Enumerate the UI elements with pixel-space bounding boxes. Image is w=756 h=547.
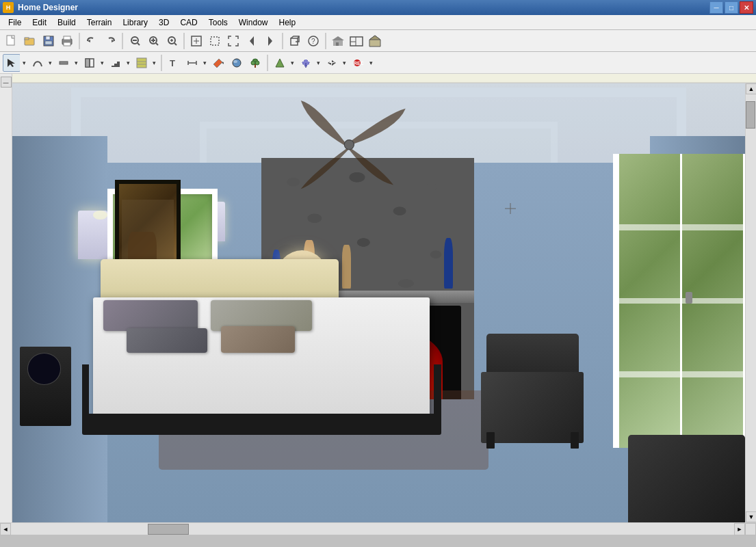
scroll-right-button[interactable]: ► (734, 523, 745, 535)
next-view-button[interactable] (261, 32, 279, 50)
spline-tool[interactable] (29, 54, 47, 72)
toolbar1: ? (0, 30, 756, 52)
print-button[interactable] (58, 32, 76, 50)
menu-cad[interactable]: CAD (174, 15, 203, 29)
3d-view-button[interactable] (286, 32, 304, 50)
floor-dropdown[interactable]: ▾ (150, 54, 158, 72)
prev-view-button[interactable] (243, 32, 261, 50)
zoom-fit-button[interactable] (187, 32, 205, 50)
bed-assembly (64, 259, 430, 435)
scroll-track-h[interactable] (11, 523, 734, 535)
minimize-button[interactable]: ─ (709, 1, 723, 14)
room-scene (12, 83, 745, 522)
menu-window[interactable]: Window (233, 15, 274, 29)
menu-file[interactable]: File (3, 15, 27, 29)
menu-library[interactable]: Library (117, 15, 153, 29)
svg-rect-0 (7, 36, 14, 45)
undo-button[interactable] (83, 32, 101, 50)
dim-dropdown[interactable]: ▾ (200, 54, 209, 72)
svg-marker-39 (369, 36, 380, 40)
menu-terrain[interactable]: Terrain (81, 15, 118, 29)
dim-tool[interactable] (183, 54, 201, 72)
scroll-up-button[interactable]: ▲ (746, 83, 756, 94)
save-button[interactable] (40, 32, 57, 50)
spline-dropdown[interactable]: ▾ (46, 54, 54, 72)
text-tool[interactable]: T (165, 54, 183, 72)
svg-line-13 (138, 43, 140, 45)
left-btn-1[interactable]: ― (1, 77, 12, 88)
door-tool[interactable] (81, 54, 99, 72)
move-tool[interactable] (323, 54, 341, 72)
window-title: Home Designer (18, 3, 709, 12)
scrollbar-corner (745, 523, 756, 535)
sep4 (282, 33, 283, 49)
plant-tool[interactable] (246, 54, 264, 72)
fill-group: ▾ (297, 54, 322, 72)
fill-dropdown[interactable]: ▾ (314, 54, 322, 72)
scroll-thumb-h[interactable] (148, 524, 189, 535)
maximize-button[interactable]: □ (725, 1, 738, 14)
door-dropdown[interactable]: ▾ (98, 54, 106, 72)
zoom-actual-button[interactable] (144, 32, 162, 50)
paint-tool[interactable] (209, 54, 227, 72)
wall-dropdown[interactable]: ▾ (72, 54, 80, 72)
menu-edit[interactable]: Edit (27, 15, 52, 29)
scroll-down-button[interactable]: ▼ (746, 511, 756, 522)
house-elev-button[interactable] (329, 32, 347, 50)
house-3d-button[interactable] (366, 32, 384, 50)
terrain-dropdown[interactable]: ▾ (288, 54, 296, 72)
svg-rect-34 (336, 42, 339, 46)
help-button[interactable]: ? (304, 32, 322, 50)
select-tool[interactable] (3, 54, 21, 72)
menu-3d[interactable]: 3D (153, 15, 174, 29)
wall-tool[interactable] (55, 54, 73, 72)
pillow3 (127, 328, 207, 353)
wall-group: ▾ (55, 54, 80, 72)
mattress (93, 297, 430, 421)
floor-group: ▾ (133, 54, 158, 72)
rec-dropdown[interactable]: ▾ (367, 54, 375, 72)
select-dropdown[interactable]: ▾ (20, 54, 28, 72)
zoom-sel-button[interactable] (206, 32, 224, 50)
scroll-thumb-v[interactable] (746, 101, 755, 129)
svg-rect-43 (86, 59, 90, 67)
nightstand (20, 347, 71, 426)
redo-button[interactable] (101, 32, 119, 50)
nightstand-clock (27, 353, 61, 384)
zoom-in-button[interactable] (163, 32, 181, 50)
svg-rect-45 (112, 66, 114, 67)
chair-leg-1 (486, 432, 495, 449)
sep2 (122, 33, 123, 49)
close-button[interactable]: ✕ (740, 1, 753, 14)
door-panel-left (619, 154, 680, 448)
fullscreen-button[interactable] (224, 32, 242, 50)
new-button[interactable] (3, 32, 21, 50)
menu-build[interactable]: Build (52, 15, 81, 29)
menu-tools[interactable]: Tools (203, 15, 233, 29)
terrain-tool[interactable] (271, 54, 289, 72)
svg-line-17 (156, 43, 158, 45)
material-tool[interactable] (228, 54, 246, 72)
stair-tool[interactable] (107, 54, 125, 72)
cursor-crosshair (504, 202, 517, 215)
stair-group: ▾ (107, 54, 132, 72)
zoom-out-button[interactable] (126, 32, 144, 50)
pillow1 (103, 300, 198, 331)
move-dropdown[interactable]: ▾ (340, 54, 348, 72)
house-floor-button[interactable] (348, 32, 365, 50)
canvas-area[interactable] (12, 83, 745, 522)
svg-marker-32 (332, 36, 344, 40)
svg-marker-40 (8, 59, 15, 67)
french-doors[interactable] (613, 154, 745, 448)
svg-point-56 (233, 59, 241, 67)
scroll-left-button[interactable]: ◄ (0, 523, 11, 535)
menu-help[interactable]: Help (273, 15, 301, 29)
fill-tool[interactable] (297, 54, 315, 72)
stair-dropdown[interactable]: ▾ (124, 54, 132, 72)
main-area: ― (0, 74, 756, 535)
floor-tool[interactable] (133, 54, 151, 72)
scroll-track-v[interactable] (746, 94, 756, 511)
rec-button[interactable]: REC (349, 54, 367, 72)
open-button[interactable] (21, 32, 39, 50)
bed-rail-right (434, 364, 441, 417)
